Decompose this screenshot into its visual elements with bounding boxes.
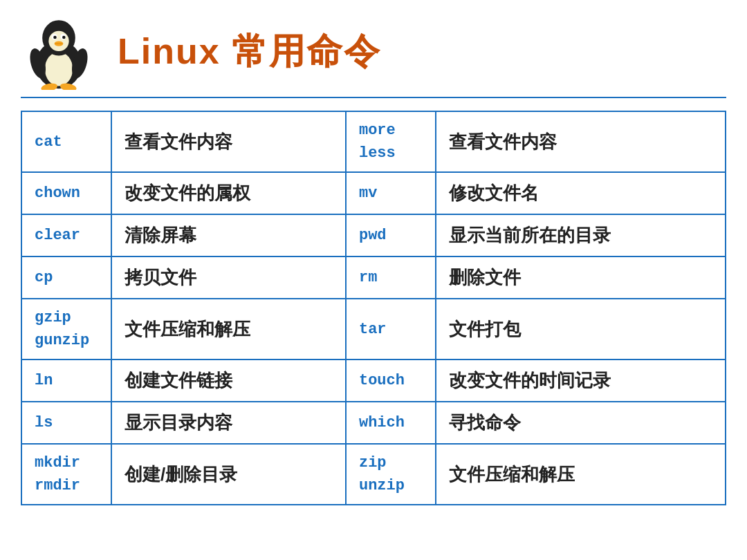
commands-table: cat查看文件内容more less查看文件内容chown改变文件的属权mv修改… (21, 111, 726, 505)
left-cmd: ln (21, 360, 111, 402)
right-cmd: more less (346, 111, 436, 172)
table-container: cat查看文件内容more less查看文件内容chown改变文件的属权mv修改… (21, 111, 726, 505)
right-cmd: pwd (346, 214, 436, 256)
left-desc: 清除屏幕 (111, 214, 346, 256)
table-row: chown改变文件的属权mv修改文件名 (21, 172, 726, 214)
left-desc: 改变文件的属权 (111, 172, 346, 214)
header: Linux 常用命令 (21, 14, 726, 98)
right-cmd: tar (346, 299, 436, 360)
left-desc: 创建文件链接 (111, 360, 346, 402)
right-cmd: touch (346, 360, 436, 402)
right-desc: 修改文件名 (436, 172, 726, 214)
right-desc: 文件打包 (436, 299, 726, 360)
left-desc: 文件压缩和解压 (111, 299, 346, 360)
table-row: mkdir rmdir创建/删除目录zip unzip文件压缩和解压 (21, 444, 726, 505)
left-cmd: mkdir rmdir (21, 444, 111, 505)
right-desc: 文件压缩和解压 (436, 444, 726, 505)
table-row: ln创建文件链接touch改变文件的时间记录 (21, 360, 726, 402)
left-desc: 拷贝文件 (111, 256, 346, 299)
right-desc: 寻找命令 (436, 402, 726, 444)
table-row: ls显示目录内容which寻找命令 (21, 402, 726, 444)
table-row: gzip gunzip文件压缩和解压tar文件打包 (21, 299, 726, 360)
tux-logo (21, 14, 97, 90)
right-cmd: which (346, 402, 436, 444)
left-desc: 创建/删除目录 (111, 444, 346, 505)
table-row: clear清除屏幕pwd显示当前所在的目录 (21, 214, 726, 256)
left-cmd: clear (21, 214, 111, 256)
svg-point-7 (62, 36, 66, 39)
svg-point-6 (53, 36, 57, 39)
left-cmd: ls (21, 402, 111, 444)
right-desc: 查看文件内容 (436, 111, 726, 172)
left-desc: 显示目录内容 (111, 402, 346, 444)
right-desc: 显示当前所在的目录 (436, 214, 726, 256)
page-title: Linux 常用命令 (118, 28, 381, 76)
left-desc: 查看文件内容 (111, 111, 346, 172)
page: Linux 常用命令 cat查看文件内容more less查看文件内容chown… (0, 0, 747, 560)
svg-point-1 (45, 52, 73, 86)
left-cmd: cp (21, 256, 111, 299)
table-row: cp拷贝文件rm删除文件 (21, 256, 726, 299)
left-cmd: chown (21, 172, 111, 214)
right-cmd: zip unzip (346, 444, 436, 505)
svg-point-3 (48, 31, 68, 51)
left-cmd: gzip gunzip (21, 299, 111, 360)
right-desc: 删除文件 (436, 256, 726, 299)
right-desc: 改变文件的时间记录 (436, 360, 726, 402)
table-row: cat查看文件内容more less查看文件内容 (21, 111, 726, 172)
right-cmd: mv (346, 172, 436, 214)
left-cmd: cat (21, 111, 111, 172)
right-cmd: rm (346, 256, 436, 299)
